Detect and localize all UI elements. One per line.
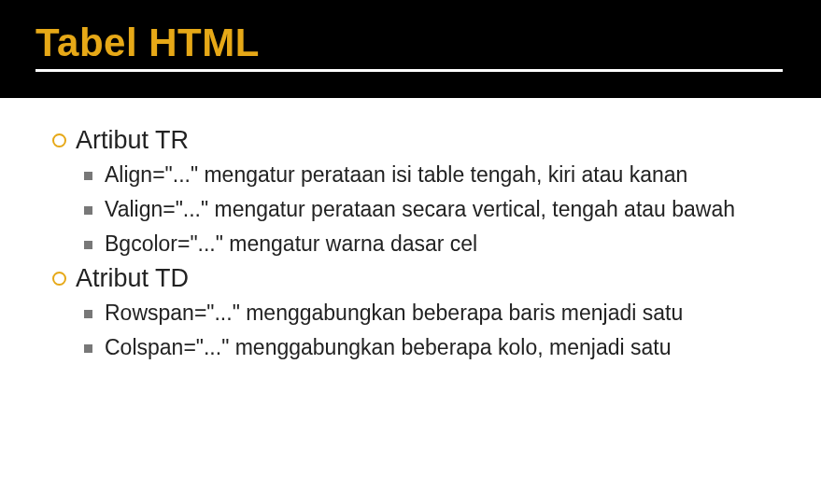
square-bullet-icon xyxy=(84,344,92,353)
slide-header: Tabel HTML xyxy=(0,0,821,98)
section-heading: Artibut TR xyxy=(76,126,189,155)
list-item: Colspan="..." menggabungkan beberapa kol… xyxy=(84,333,793,362)
section-heading: Atribut TD xyxy=(76,264,189,293)
circle-bullet-icon xyxy=(52,133,66,147)
list-item: Bgcolor="..." mengatur warna dasar cel xyxy=(84,230,793,259)
circle-bullet-icon xyxy=(52,272,66,286)
square-bullet-icon xyxy=(84,206,92,215)
square-bullet-icon xyxy=(84,241,92,249)
section-head: Artibut TR xyxy=(52,126,793,155)
section-td: Atribut TD Rowspan="..." menggabungkan b… xyxy=(52,264,793,362)
item-text: Colspan="..." menggabungkan beberapa kol… xyxy=(105,333,671,362)
square-bullet-icon xyxy=(84,310,92,318)
slide-title: Tabel HTML xyxy=(35,21,821,65)
list-item: Rowspan="..." menggabungkan beberapa bar… xyxy=(84,299,793,328)
title-underline xyxy=(35,69,783,72)
item-text: Valign="..." mengatur perataan secara ve… xyxy=(105,195,735,224)
item-text: Rowspan="..." menggabungkan beberapa bar… xyxy=(105,299,683,328)
section-items: Rowspan="..." menggabungkan beberapa bar… xyxy=(52,299,793,362)
slide-content: Artibut TR Align="..." mengatur perataan… xyxy=(0,98,821,362)
section-head: Atribut TD xyxy=(52,264,793,293)
section-tr: Artibut TR Align="..." mengatur perataan… xyxy=(52,126,793,259)
square-bullet-icon xyxy=(84,172,92,180)
list-item: Valign="..." mengatur perataan secara ve… xyxy=(84,195,793,224)
list-item: Align="..." mengatur perataan isi table … xyxy=(84,161,793,189)
item-text: Bgcolor="..." mengatur warna dasar cel xyxy=(105,230,477,259)
item-text: Align="..." mengatur perataan isi table … xyxy=(105,161,687,189)
section-items: Align="..." mengatur perataan isi table … xyxy=(52,161,793,259)
